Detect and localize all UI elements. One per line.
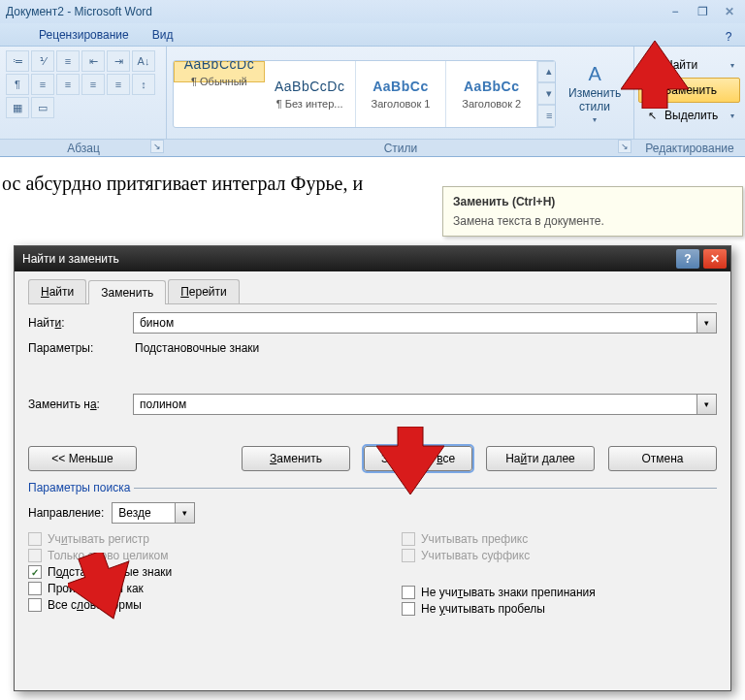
increase-indent-button[interactable]: ⇥ <box>107 50 130 72</box>
styles-group: AaBbCcDc ¶ Обычный AaBbCcDc ¶ Без интер.… <box>167 47 634 139</box>
style-nospacing[interactable]: AaBbCcDc ¶ Без интер... <box>265 61 356 127</box>
ignore-space-check[interactable]: Не учитывать пробелы <box>402 602 717 616</box>
checkbox-icon <box>28 549 42 562</box>
ribbon-tabs: Рецензирование Вид ? <box>0 23 745 47</box>
sounds-like-check[interactable]: Произносится как <box>28 582 343 595</box>
style-normal[interactable]: AaBbCcDc ¶ Обычный <box>174 61 265 82</box>
sort-button[interactable]: A↓ <box>132 50 155 72</box>
tooltip-desc: Замена текста в документе. <box>453 214 732 228</box>
line-spacing-button[interactable]: ↕ <box>132 74 155 95</box>
select-button[interactable]: ↖ Выделить ▾ <box>638 103 740 128</box>
styles-launcher[interactable]: ↘ <box>618 140 632 153</box>
ribbon-tab-review[interactable]: Рецензирование <box>29 24 139 46</box>
replace-all-button[interactable]: Заменить все <box>364 446 472 471</box>
checkbox-icon <box>402 602 415 616</box>
cursor-icon: ↖ <box>644 108 660 123</box>
ignore-punct-check[interactable]: Не учитывать знаки препинания <box>402 586 717 599</box>
find-input-field[interactable] <box>134 313 696 333</box>
dialog-help-button[interactable]: ? <box>676 249 699 269</box>
editing-group-label: Редактирование <box>645 142 733 155</box>
direction-label: Направление: <box>28 506 104 520</box>
checkbox-icon <box>402 549 415 562</box>
direction-dropdown[interactable]: ▾ <box>175 503 194 523</box>
numbering-button[interactable]: ⅟ <box>31 50 54 72</box>
minimize-button[interactable]: − <box>665 4 685 19</box>
tab-goto[interactable]: Перейти <box>168 279 240 303</box>
style-heading2[interactable]: AaBbCc Заголовок 2 <box>446 61 537 127</box>
borders-button[interactable]: ▭ <box>31 97 54 118</box>
tooltip-title: Заменить (Ctrl+H) <box>453 195 732 208</box>
suffix-check: Учитывать суффикс <box>402 549 717 562</box>
tab-find[interactable]: Найти <box>28 279 86 303</box>
replace-tooltip: Заменить (Ctrl+H) Замена текста в докуме… <box>442 186 743 237</box>
bullets-button[interactable]: ≔ <box>6 50 29 72</box>
paragraph-launcher[interactable]: ↘ <box>150 140 164 153</box>
ribbon-body: ≔ ⅟ ≡ ⇤ ⇥ A↓ ¶ ≡ ≡ ≡ ≡ ↕ ▦ ▭ Абзац ↘ <box>0 47 745 157</box>
replace-input-field[interactable] <box>134 395 696 414</box>
direction-select[interactable]: Везде ▾ <box>112 502 195 524</box>
editing-group: 🔍 Найти ▾ ab Заменить ↖ Выделить ▾ <box>634 47 744 139</box>
justify-button[interactable]: ≡ <box>107 74 130 95</box>
shading-button[interactable]: ▦ <box>6 97 29 118</box>
align-center-button[interactable]: ≡ <box>56 74 80 95</box>
help-icon[interactable]: ? <box>720 28 737 46</box>
checkbox-icon <box>28 598 42 612</box>
decrease-indent-button[interactable]: ⇤ <box>81 50 105 72</box>
title-bar: Документ2 - Microsoft Word − ❐ ✕ <box>0 0 745 23</box>
style-heading1[interactable]: AaBbCc Заголовок 1 <box>356 61 447 127</box>
params-label: Параметры: <box>28 341 125 355</box>
find-next-button[interactable]: Найти далее <box>486 446 595 471</box>
checkbox-icon: ✓ <box>28 565 42 579</box>
checkbox-icon <box>402 586 415 599</box>
cancel-button[interactable]: Отмена <box>608 446 717 471</box>
replace-dropdown[interactable]: ▾ <box>696 395 716 414</box>
window-title: Документ2 - Microsoft Word <box>6 5 152 18</box>
restore-button[interactable]: ❐ <box>693 4 712 19</box>
binoculars-icon: 🔍 <box>644 57 660 73</box>
ribbon-tab-view[interactable]: Вид <box>143 24 183 46</box>
checkbox-icon <box>402 532 415 546</box>
whole-word-check: Только слово целиком <box>28 549 343 562</box>
tab-replace[interactable]: Заменить <box>88 280 166 304</box>
find-input[interactable]: ▾ <box>133 312 717 334</box>
replace-label: Заменить на: <box>28 398 125 411</box>
dialog-close-button[interactable]: ✕ <box>703 249 727 269</box>
params-value: Подстановочные знаки <box>135 341 259 355</box>
replace-icon: ab <box>644 82 660 98</box>
align-left-button[interactable]: ≡ <box>31 74 54 95</box>
styles-group-label: Стили <box>384 142 418 155</box>
multilevel-button[interactable]: ≡ <box>56 50 80 72</box>
find-label: Найти: <box>28 316 125 330</box>
styles-expand[interactable]: ≡ <box>537 105 556 127</box>
search-options-label: Параметры поиска <box>28 481 130 494</box>
close-window-button[interactable]: ✕ <box>720 4 739 19</box>
replace-input[interactable]: ▾ <box>133 394 717 415</box>
replace-one-button[interactable]: Заменить <box>242 446 350 471</box>
wildcards-check[interactable]: ✓ Подстановочные знаки <box>28 565 343 579</box>
find-button[interactable]: 🔍 Найти ▾ <box>638 52 740 78</box>
dialog-title: Найти и заменить <box>22 252 119 266</box>
checkbox-icon <box>28 532 42 546</box>
checkbox-icon <box>28 582 42 595</box>
align-right-button[interactable]: ≡ <box>81 74 105 95</box>
dialog-tabs: Найти Заменить Перейти <box>28 279 717 304</box>
dialog-title-bar[interactable]: Найти и заменить ? ✕ <box>15 246 730 271</box>
show-marks-button[interactable]: ¶ <box>6 74 29 95</box>
paragraph-group: ≔ ⅟ ≡ ⇤ ⇥ A↓ ¶ ≡ ≡ ≡ ≡ ↕ ▦ ▭ <box>0 47 167 139</box>
prefix-check: Учитывать префикс <box>402 532 717 546</box>
change-styles-button[interactable]: A Изменить стили ▾ <box>562 63 628 123</box>
styles-scroll-down[interactable]: ▾ <box>537 82 556 105</box>
less-button[interactable]: << Меньше <box>28 446 137 471</box>
match-case-check: Учитывать регистр <box>28 532 343 546</box>
word-forms-check[interactable]: Все словоформы <box>28 598 343 612</box>
find-replace-dialog: Найти и заменить ? ✕ Найти Заменить Пере… <box>14 245 731 691</box>
paragraph-group-label: Абзац <box>67 142 100 155</box>
find-dropdown[interactable]: ▾ <box>696 313 716 333</box>
styles-gallery[interactable]: AaBbCcDc ¶ Обычный AaBbCcDc ¶ Без интер.… <box>173 60 556 128</box>
replace-button[interactable]: ab Заменить <box>638 78 740 103</box>
styles-scroll-up[interactable]: ▴ <box>537 61 556 83</box>
